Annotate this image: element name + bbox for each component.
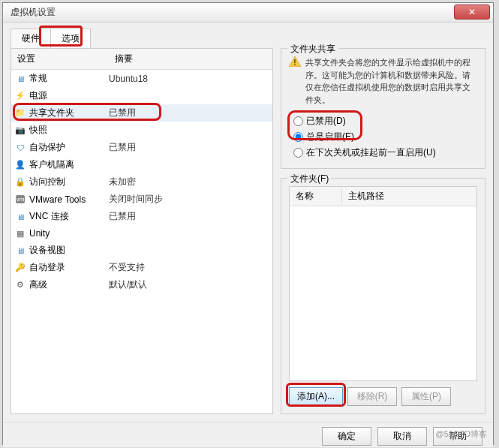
list-item[interactable]: vmVMware Tools关闭时间同步 — [11, 191, 272, 208]
vm-settings-window: 虚拟机设置 硬件 选项 设置 摘要 🖥常规Ubuntu18⚡电源📁共享文件夹已禁… — [2, 2, 494, 445]
list-item[interactable]: 🔑自动登录不受支持 — [11, 259, 272, 276]
folder-buttons: 添加(A)... 移除(R) 属性(P) — [289, 387, 477, 406]
key-icon: 🔑 — [14, 262, 26, 274]
radio-disabled-input[interactable] — [293, 116, 303, 126]
vnc-icon: 🖥 — [14, 211, 26, 223]
row-label: 访问控制 — [29, 176, 109, 188]
row-label: 自动保护 — [29, 141, 109, 154]
tab-options[interactable]: 选项 — [50, 29, 91, 48]
folders-col-name: 名称 — [290, 187, 342, 206]
row-label: 快照 — [29, 124, 109, 137]
watermark: @51CTO博客 — [436, 428, 487, 440]
close-button[interactable] — [454, 5, 490, 20]
row-summary: 已禁用 — [109, 107, 269, 119]
row-label: 高级 — [29, 278, 109, 291]
row-label: 电源 — [29, 89, 109, 102]
list-header: 设置 摘要 — [11, 49, 272, 70]
row-summary: 已禁用 — [109, 210, 269, 223]
row-summary: 不受支持 — [109, 261, 269, 274]
list-item[interactable]: 🔒访问控制未加密 — [11, 173, 272, 191]
svg-text:!: ! — [293, 59, 296, 67]
radio-always-label: 总是启用(E) — [306, 131, 354, 143]
dialog-buttons: 确定 取消 帮助 — [3, 422, 493, 447]
row-summary: 已禁用 — [109, 141, 269, 154]
row-label: 设备视图 — [29, 244, 109, 257]
titlebar: 虚拟机设置 — [3, 3, 493, 23]
row-label: Unity — [29, 228, 109, 239]
cancel-button[interactable]: 取消 — [377, 427, 427, 446]
monitor-icon: 🖥 — [14, 73, 26, 85]
radio-disabled-label: 已禁用(D) — [306, 115, 346, 128]
row-label: VMware Tools — [29, 194, 109, 205]
folders-group-title: 文件夹(F) — [287, 173, 332, 185]
folders-list[interactable]: 名称 主机路径 — [289, 186, 477, 381]
list-item[interactable]: 👤客户机隔离 — [11, 156, 272, 173]
share-group-title: 文件夹共享 — [287, 43, 338, 56]
folders-group: 文件夹(F) 名称 主机路径 添加(A)... 移除(R) 属性(P) — [281, 178, 485, 414]
folders-header: 名称 主机路径 — [290, 187, 476, 206]
ok-button[interactable]: 确定 — [322, 427, 371, 446]
row-summary: 未加密 — [109, 176, 269, 188]
shield-icon: 🛡 — [14, 142, 26, 154]
list-rows: 🖥常规Ubuntu18⚡电源📁共享文件夹已禁用📷快照🛡自动保护已禁用👤客户机隔离… — [11, 70, 272, 293]
folder-sharing-group: 文件夹共享 ! 共享文件夹会将您的文件显示给虚拟机中的程序。这可能为您的计算机和… — [281, 48, 485, 169]
radio-until-label: 在下次关机或挂起前一直启用(U) — [306, 146, 436, 159]
radio-disabled[interactable]: 已禁用(D) — [293, 113, 477, 129]
person-icon: 👤 — [14, 159, 26, 171]
unity-icon: ▦ — [14, 227, 26, 239]
radio-group: 已禁用(D) 总是启用(E) 在下次关机或挂起前一直启用(U) — [289, 113, 477, 161]
list-item[interactable]: 📷快照 — [11, 122, 272, 139]
row-label: 自动登录 — [29, 261, 109, 274]
window-title: 虚拟机设置 — [11, 6, 56, 19]
row-summary: 关闭时间同步 — [109, 193, 269, 206]
lock-icon: 🔒 — [14, 176, 26, 188]
settings-list: 设置 摘要 🖥常规Ubuntu18⚡电源📁共享文件夹已禁用📷快照🛡自动保护已禁用… — [11, 48, 273, 414]
folder-icon: 📁 — [14, 107, 26, 119]
warning-icon: ! — [289, 56, 301, 67]
warning-row: ! 共享文件夹会将您的文件显示给虚拟机中的程序。这可能为您的计算机和数据带来风险… — [289, 56, 477, 106]
row-summary: 默认/默认 — [109, 278, 269, 291]
vm-icon: vm — [14, 194, 26, 206]
list-item[interactable]: 📁共享文件夹已禁用 — [11, 104, 272, 122]
folders-col-path: 主机路径 — [342, 187, 476, 206]
adv-icon: ⚙ — [14, 279, 26, 291]
row-label: 常规 — [29, 72, 109, 85]
row-label: 共享文件夹 — [29, 107, 109, 119]
right-panel: 文件夹共享 ! 共享文件夹会将您的文件显示给虚拟机中的程序。这可能为您的计算机和… — [281, 48, 485, 414]
list-item[interactable]: ▦Unity — [11, 225, 272, 242]
radio-until-next[interactable]: 在下次关机或挂起前一直启用(U) — [293, 145, 477, 161]
row-label: 客户机隔离 — [29, 158, 109, 171]
folder-properties-button[interactable]: 属性(P) — [401, 387, 451, 406]
tab-hardware[interactable]: 硬件 — [11, 29, 51, 48]
tabs: 硬件 选项 — [3, 23, 493, 48]
warning-text: 共享文件夹会将您的文件显示给虚拟机中的程序。这可能为您的计算机和数据带来风险。请… — [305, 56, 477, 106]
remove-folder-button[interactable]: 移除(R) — [347, 387, 397, 406]
list-item[interactable]: 🖥设备视图 — [11, 242, 272, 259]
power-icon: ⚡ — [14, 90, 26, 102]
list-item[interactable]: 🖥常规Ubuntu18 — [11, 70, 272, 87]
header-summary: 摘要 — [109, 49, 272, 69]
monitor-icon: 🖥 — [14, 245, 26, 257]
radio-always-input[interactable] — [293, 132, 303, 142]
list-item[interactable]: ⚡电源 — [11, 87, 272, 104]
add-folder-button[interactable]: 添加(A)... — [289, 387, 343, 406]
list-item[interactable]: 🖥VNC 连接已禁用 — [11, 208, 272, 225]
radio-always-enabled[interactable]: 总是启用(E) — [293, 129, 477, 145]
content-area: 设置 摘要 🖥常规Ubuntu18⚡电源📁共享文件夹已禁用📷快照🛡自动保护已禁用… — [3, 48, 493, 422]
radio-until-input[interactable] — [293, 148, 303, 158]
list-item[interactable]: ⚙高级默认/默认 — [11, 276, 272, 293]
list-item[interactable]: 🛡自动保护已禁用 — [11, 139, 272, 156]
header-setting: 设置 — [11, 49, 109, 69]
snapshot-icon: 📷 — [14, 125, 26, 137]
row-label: VNC 连接 — [29, 210, 109, 223]
row-summary: Ubuntu18 — [109, 74, 269, 84]
